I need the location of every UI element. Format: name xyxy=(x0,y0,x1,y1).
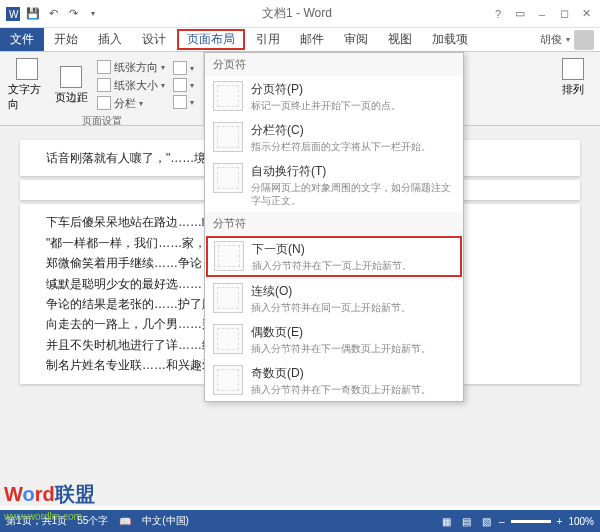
page-break-item[interactable]: 分页符(P)标记一页终止并开始下一页的点。 xyxy=(205,76,463,117)
page-break-icon xyxy=(213,81,243,111)
minimize-icon[interactable]: – xyxy=(532,5,552,23)
tab-page-layout[interactable]: 页面布局 xyxy=(177,29,245,50)
avatar xyxy=(574,30,594,50)
section-header: 分节符 xyxy=(205,212,463,235)
tab-references[interactable]: 引用 xyxy=(246,28,290,51)
quick-access-toolbar: W 💾 ↶ ↷ ▾ xyxy=(0,5,106,23)
window-title: 文档1 - Word xyxy=(106,5,488,22)
zoom-level[interactable]: 100% xyxy=(568,516,594,527)
watermark-url: www.wordlm.com xyxy=(4,511,82,522)
redo-icon[interactable]: ↷ xyxy=(64,5,82,23)
odd-page-icon xyxy=(213,365,243,395)
tab-insert[interactable]: 插入 xyxy=(88,28,132,51)
web-layout-icon[interactable]: ▧ xyxy=(479,514,493,528)
user-area[interactable]: 胡俊 ▾ xyxy=(540,28,600,51)
tab-view[interactable]: 视图 xyxy=(378,28,422,51)
tab-file[interactable]: 文件 xyxy=(0,28,44,51)
close-icon[interactable]: ✕ xyxy=(576,5,596,23)
text-wrap-icon xyxy=(213,163,243,193)
section-header: 分页符 xyxy=(205,53,463,76)
margins-button[interactable]: 页边距 xyxy=(50,64,92,107)
even-page-section-break-item[interactable]: 偶数页(E)插入分节符并在下一偶数页上开始新节。 xyxy=(205,319,463,360)
user-menu-icon: ▾ xyxy=(566,35,570,44)
user-name: 胡俊 xyxy=(540,32,562,47)
breaks-button[interactable]: ▾ xyxy=(170,60,197,76)
print-layout-icon[interactable]: ▦ xyxy=(439,514,453,528)
status-bar: 第1页，共1页 55个字 📖 中文(中国) ▦ ▤ ▧ – + 100% xyxy=(0,510,600,532)
save-icon[interactable]: 💾 xyxy=(24,5,42,23)
ribbon-display-icon[interactable]: ▭ xyxy=(510,5,530,23)
breaks-icon xyxy=(173,61,187,75)
text-direction-button[interactable]: 文字方向 xyxy=(6,56,48,114)
read-mode-icon[interactable]: ▤ xyxy=(459,514,473,528)
breaks-dropdown: 分页符 分页符(P)标记一页终止并开始下一页的点。 分栏符(C)指示分栏符后面的… xyxy=(204,52,464,402)
continuous-section-break-item[interactable]: 连续(O)插入分节符并在同一页上开始新节。 xyxy=(205,278,463,319)
tab-addins[interactable]: 加载项 xyxy=(422,28,478,51)
line-numbers-button[interactable]: ▾ xyxy=(170,77,197,93)
size-icon xyxy=(97,78,111,92)
odd-page-section-break-item[interactable]: 奇数页(D)插入分节符并在下一奇数页上开始新节。 xyxy=(205,360,463,401)
orientation-icon xyxy=(97,60,111,74)
tab-mailings[interactable]: 邮件 xyxy=(290,28,334,51)
tab-review[interactable]: 审阅 xyxy=(334,28,378,51)
svg-text:W: W xyxy=(9,9,19,20)
column-break-item[interactable]: 分栏符(C)指示分栏符后面的文字将从下一栏开始。 xyxy=(205,117,463,158)
zoom-slider[interactable] xyxy=(511,520,551,523)
hyphenation-button[interactable]: ▾ xyxy=(170,94,197,110)
undo-icon[interactable]: ↶ xyxy=(44,5,62,23)
language-indicator[interactable]: 中文(中国) xyxy=(142,514,189,528)
ribbon-group-page-setup: 文字方向 页边距 纸张方向▾ 纸张大小▾ 分栏▾ ▾ ▾ ▾ 页面设置 xyxy=(0,52,204,125)
zoom-out-icon[interactable]: – xyxy=(499,516,505,527)
tab-design[interactable]: 设计 xyxy=(132,28,176,51)
continuous-icon xyxy=(213,283,243,313)
window-controls: ? ▭ – ◻ ✕ xyxy=(488,5,600,23)
orientation-button[interactable]: 纸张方向▾ xyxy=(94,59,168,76)
word-blue: o xyxy=(23,483,35,505)
columns-icon xyxy=(97,96,111,110)
line-numbers-icon xyxy=(173,78,187,92)
zoom-in-icon[interactable]: + xyxy=(557,516,563,527)
ribbon-group-arrange: 排列 xyxy=(546,52,600,125)
word-icon: W xyxy=(4,5,22,23)
title-bar: W 💾 ↶ ↷ ▾ 文档1 - Word ? ▭ – ◻ ✕ xyxy=(0,0,600,28)
tab-home[interactable]: 开始 xyxy=(44,28,88,51)
watermark-logo: Word联盟 xyxy=(4,481,95,508)
customize-icon[interactable]: ▾ xyxy=(84,5,102,23)
even-page-icon xyxy=(213,324,243,354)
column-break-icon xyxy=(213,122,243,152)
size-button[interactable]: 纸张大小▾ xyxy=(94,77,168,94)
arrange-button[interactable]: 排列 xyxy=(552,56,594,99)
columns-button[interactable]: 分栏▾ xyxy=(94,95,168,112)
restore-icon[interactable]: ◻ xyxy=(554,5,574,23)
help-icon[interactable]: ? xyxy=(488,5,508,23)
next-page-icon xyxy=(214,241,244,271)
next-page-section-break-item[interactable]: 下一页(N)插入分节符并在下一页上开始新节。 xyxy=(206,236,462,277)
ribbon-tabs: 文件 开始 插入 设计 页面布局 引用 邮件 审阅 视图 加载项 胡俊 ▾ xyxy=(0,28,600,52)
spell-check-icon[interactable]: 📖 xyxy=(118,514,132,528)
text-wrapping-break-item[interactable]: 自动换行符(T)分隔网页上的对象周围的文字，如分隔题注文字与正文。 xyxy=(205,158,463,212)
hyphenation-icon xyxy=(173,95,187,109)
